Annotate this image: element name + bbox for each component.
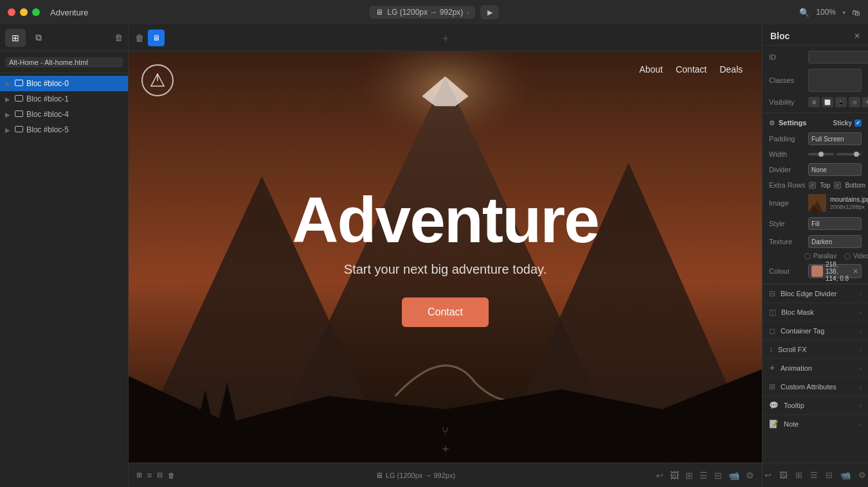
container-tag-section[interactable]: ◻ Container Tag › [763, 321, 868, 340]
sidebar-item-label-5: Bloc #bloc-5 [26, 125, 69, 134]
custom-attr-arrow: › [860, 384, 862, 391]
add-bloc-top-button[interactable]: ＋ [440, 30, 451, 46]
note-section[interactable]: 📝 Note › [763, 414, 868, 433]
image-icon[interactable]: 🖼 [670, 470, 679, 481]
pb-list-icon[interactable]: ☰ [810, 470, 818, 480]
tooltip-section[interactable]: 💬 Tooltip › [763, 396, 868, 414]
bloc-mask-section[interactable]: ◫ Bloc Mask › [763, 303, 868, 321]
padding-select[interactable]: Full Screen [808, 132, 862, 145]
grid-bottom-icon[interactable]: ⊟ [714, 470, 722, 481]
split-v-icon[interactable]: ⊟ [157, 471, 163, 479]
divider-select[interactable]: None [808, 163, 862, 176]
width-slider-1[interactable] [808, 153, 834, 155]
panel-settings-section: ⚙ Settings Sticky ✓ Padding Full Screen … [763, 113, 868, 284]
pb-video-icon[interactable]: 📹 [840, 470, 851, 480]
sidebar-item-bloc-5[interactable]: ▶ Bloc #bloc-5 [0, 122, 128, 137]
pb-grid-icon[interactable]: ⊟ [826, 470, 833, 480]
video-icon[interactable]: 📹 [728, 470, 739, 481]
visibility-tablet[interactable]: ⬜ [822, 97, 833, 107]
bloc-edge-divider-section[interactable]: ⊟ Bloc Edge Divider › [763, 284, 868, 303]
colour-control[interactable]: 218, 138, 114, 0.8 ✕ [808, 264, 862, 278]
delete-bottom-icon[interactable]: 🗑 [168, 472, 175, 479]
screen-icon-4 [15, 110, 23, 119]
pb-undo-icon[interactable]: ↩ [764, 470, 772, 480]
visibility-toggle[interactable]: 👁 [862, 97, 868, 107]
table-icon[interactable]: ⊞ [685, 470, 693, 481]
close-button[interactable] [8, 8, 15, 16]
canvas-screen-button[interactable]: 🖥 [148, 30, 165, 46]
parallax-radio[interactable]: Parallax [804, 252, 836, 260]
split-h-icon[interactable]: ⧈ [147, 471, 152, 479]
sticky-checkbox[interactable]: ✓ [854, 120, 862, 127]
panel-close-button[interactable]: ✕ [854, 31, 860, 40]
image-preview[interactable]: mountains.jpg 2008x1288px [808, 194, 868, 212]
width-sliders [808, 153, 862, 155]
settings-icon[interactable]: ⚙ [746, 470, 754, 481]
custom-attributes-section[interactable]: ⊞ Custom Attributes › [763, 377, 868, 396]
sidebar-item-bloc-4[interactable]: ▶ Bloc #bloc-4 [0, 107, 128, 122]
pages-tab[interactable]: ⧉ [28, 29, 49, 47]
width-slider-2[interactable] [836, 153, 862, 155]
note-arrow: › [860, 421, 862, 428]
panel-image-row: Image mountains.jpg 2008x1288px [763, 191, 868, 215]
delete-icon[interactable]: 🗑 [114, 33, 123, 42]
expand-icon: ▶ [5, 80, 12, 87]
hero-subtitle: Start your next big adventure today. [344, 262, 547, 277]
panel-id-section: ID Classes Visibility 🖥 ⬜ 📱 ⊟ 👁 [763, 46, 868, 113]
titlebar: Adventure 🖥 LG (1200px → 992px) › ▶ 🔍 10… [0, 0, 868, 24]
pb-settings-icon[interactable]: ⚙ [858, 470, 866, 480]
extra-rows-top-checkbox[interactable] [809, 182, 816, 189]
container-tag-label: Container Tag [781, 327, 854, 335]
sticky-control: Sticky ✓ [833, 120, 862, 127]
grid-icon[interactable]: ⊞ [136, 471, 142, 479]
cart-icon[interactable]: 🛍 [852, 8, 860, 17]
maximize-button[interactable] [32, 8, 40, 16]
minimize-button[interactable] [20, 8, 28, 16]
colour-clear-button[interactable]: ✕ [853, 267, 858, 276]
classes-input[interactable] [808, 69, 862, 92]
note-label: Note [784, 420, 854, 428]
scroll-fx-icon: ↕ [769, 345, 773, 354]
layers-tab[interactable]: ⊞ [5, 29, 26, 47]
sidebar-toolbar: Alt-Home - Alt-home.html [0, 51, 128, 73]
trash-icon[interactable]: 🗑 [135, 33, 144, 43]
id-input[interactable] [808, 51, 868, 64]
pb-image-icon[interactable]: 🖼 [779, 470, 788, 480]
tooltip-arrow: › [860, 402, 862, 409]
scroll-fx-label: Scroll FX [778, 346, 854, 353]
sidebar-item-bloc-0[interactable]: ▶ Bloc #bloc-0 [0, 76, 128, 91]
hero-canvas[interactable]: About Contact Deals Adventure Start your… [129, 51, 762, 463]
viewport-selector[interactable]: 🖥 LG (1200px → 992px) › [369, 6, 475, 19]
extra-rows-bottom-checkbox[interactable] [834, 182, 841, 189]
style-select[interactable]: Fill [808, 217, 862, 230]
check-icon: ✓ [856, 120, 860, 126]
padding-label: Padding [769, 135, 804, 143]
bloc-mask-icon: ◫ [769, 308, 776, 317]
video-radio[interactable]: Video [844, 252, 868, 260]
undo-icon[interactable]: ↩ [656, 470, 664, 481]
animation-section[interactable]: ✦ Animation › [763, 359, 868, 377]
sidebar-tabs: ⊞ ⧉ 🗑 [0, 24, 128, 51]
fork-icon: ⑂ [442, 425, 449, 438]
search-icon[interactable]: 🔍 [799, 8, 809, 17]
sidebar-item-label-0: Bloc #bloc-0 [26, 79, 69, 88]
slider-thumb-1 [818, 152, 824, 157]
visibility-extra[interactable]: ⊟ [849, 97, 860, 107]
add-bloc-bottom-icon[interactable]: ＋ [440, 441, 451, 456]
screen-icon: 🖥 [152, 33, 160, 42]
animation-label: Animation [781, 364, 854, 372]
edge-divider-label: Bloc Edge Divider [781, 290, 854, 297]
settings-header[interactable]: ⚙ Settings Sticky ✓ [763, 116, 868, 130]
pb-table-icon[interactable]: ⊞ [795, 470, 802, 480]
texture-select[interactable]: Darken [808, 235, 862, 248]
page-select[interactable]: Alt-Home - Alt-home.html [5, 57, 123, 67]
list-icon[interactable]: ☰ [700, 470, 708, 481]
scroll-fx-section[interactable]: ↕ Scroll FX › [763, 340, 868, 359]
sidebar-item-bloc-1[interactable]: ▶ Bloc #bloc-1 [0, 91, 128, 107]
play-button[interactable]: ▶ [481, 5, 499, 19]
visibility-mobile[interactable]: 📱 [835, 97, 847, 107]
hero-contact-button[interactable]: Contact [402, 297, 489, 327]
canvas-area: 🗑 🖥 ＋ [129, 24, 762, 487]
visibility-desktop[interactable]: 🖥 [808, 97, 820, 107]
panel-id-row: ID [763, 48, 868, 66]
